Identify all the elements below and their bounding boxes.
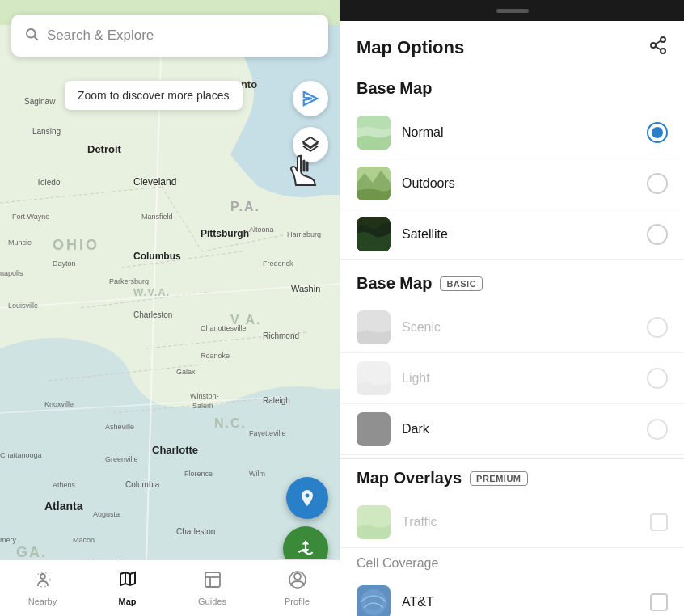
search-bar[interactable]: Search & Explore xyxy=(11,15,328,57)
base-map-section-title: Base Map xyxy=(340,73,684,108)
scenic-thumbnail xyxy=(357,310,391,344)
svg-text:Athens: Athens xyxy=(53,481,76,489)
svg-text:Detroit: Detroit xyxy=(87,143,122,155)
light-radio xyxy=(647,368,668,389)
svg-text:Toledo: Toledo xyxy=(36,178,61,187)
map-nav-label: Map xyxy=(119,597,137,606)
svg-point-79 xyxy=(651,43,656,48)
traffic-thumbnail xyxy=(357,505,391,539)
search-placeholder: Search & Explore xyxy=(47,27,154,44)
scenic-label: Scenic xyxy=(402,320,635,335)
svg-text:napolis: napolis xyxy=(0,269,23,277)
search-icon xyxy=(24,27,39,45)
svg-text:Charleston: Charleston xyxy=(176,527,215,536)
light-thumbnail xyxy=(357,361,391,395)
svg-text:Richmond: Richmond xyxy=(263,331,299,340)
svg-text:GA.: GA. xyxy=(16,544,47,560)
divider-2 xyxy=(340,458,684,459)
outdoors-label: Outdoors xyxy=(402,176,635,191)
att-thumbnail xyxy=(357,585,391,616)
map-overlays-title: Map Overlays xyxy=(357,469,462,487)
nearby-label: Nearby xyxy=(28,597,57,606)
base-map-basic-section: Base Map BASIC xyxy=(340,268,684,302)
nav-item-profile[interactable]: Profile xyxy=(255,570,340,606)
svg-text:Asheville: Asheville xyxy=(105,423,134,431)
svg-text:Augusta: Augusta xyxy=(93,510,120,518)
svg-text:Columbus: Columbus xyxy=(133,251,181,262)
cell-coverage-title: Cell Coverage xyxy=(340,548,684,577)
svg-line-82 xyxy=(656,41,661,44)
svg-text:Parkersburg: Parkersburg xyxy=(109,277,149,285)
basic-badge: BASIC xyxy=(440,276,483,291)
nav-item-guides[interactable]: Guides xyxy=(170,570,255,606)
option-row-outdoors[interactable]: Outdoors xyxy=(340,158,684,209)
base-map-basic-title: Base Map xyxy=(357,274,432,293)
svg-text:Frederick: Frederick xyxy=(263,259,293,268)
premium-badge: PREMIUM xyxy=(470,471,527,486)
svg-text:Greenville: Greenville xyxy=(105,455,138,463)
nav-item-nearby[interactable]: Nearby xyxy=(0,570,85,606)
svg-point-62 xyxy=(27,29,36,38)
traffic-checkbox xyxy=(650,513,668,531)
panel-handle xyxy=(496,9,529,13)
option-row-att[interactable]: AT&T xyxy=(340,577,684,616)
att-checkbox[interactable] xyxy=(650,593,668,611)
profile-icon xyxy=(288,570,307,594)
svg-text:Charlottesville: Charlottesville xyxy=(201,324,247,332)
share-button[interactable] xyxy=(648,36,668,60)
bottom-navigation: Nearby Map Guides xyxy=(0,559,340,616)
svg-text:Atlanta: Atlanta xyxy=(44,500,83,513)
nav-item-map[interactable]: Map xyxy=(85,570,170,606)
svg-text:Roanoke: Roanoke xyxy=(201,352,230,360)
svg-text:Galax: Galax xyxy=(176,368,196,376)
svg-point-69 xyxy=(40,574,45,579)
map-nav-icon xyxy=(118,570,137,594)
svg-text:Knoxville: Knoxville xyxy=(44,400,74,408)
svg-text:Harrisburg: Harrisburg xyxy=(287,230,321,238)
svg-text:Pittsburgh: Pittsburgh xyxy=(201,228,249,239)
svg-line-63 xyxy=(34,36,37,40)
svg-point-80 xyxy=(661,49,665,53)
option-row-normal[interactable]: Normal xyxy=(340,108,684,158)
dark-thumbnail xyxy=(357,412,391,446)
svg-text:mery: mery xyxy=(0,536,16,544)
svg-text:Altoona: Altoona xyxy=(249,226,274,234)
svg-point-67 xyxy=(306,494,310,498)
option-row-satellite[interactable]: Satellite xyxy=(340,209,684,260)
dark-radio xyxy=(647,419,668,440)
svg-text:Louisville: Louisville xyxy=(8,302,38,310)
outdoors-thumbnail xyxy=(357,167,391,200)
svg-text:Muncie: Muncie xyxy=(8,238,32,247)
svg-text:Columbia: Columbia xyxy=(125,480,160,489)
satellite-label: Satellite xyxy=(402,227,635,242)
outdoors-radio[interactable] xyxy=(647,173,668,194)
option-row-dark: Dark xyxy=(340,404,684,455)
svg-text:Chattanooga: Chattanooga xyxy=(0,451,42,459)
svg-text:Cleveland: Cleveland xyxy=(133,176,176,188)
normal-label: Normal xyxy=(402,125,635,140)
location-button[interactable] xyxy=(293,81,328,116)
map-overlays-section: Map Overlays PREMIUM xyxy=(340,462,684,497)
svg-text:Fort Wayne: Fort Wayne xyxy=(12,213,49,221)
svg-text:W.V.A.: W.V.A. xyxy=(133,286,170,298)
guides-label: Guides xyxy=(198,597,226,606)
normal-radio[interactable] xyxy=(647,122,668,143)
satellite-radio[interactable] xyxy=(647,224,668,245)
map-panel: Toronto Kitchener Saginaw Lansing Detroi… xyxy=(0,0,340,616)
panel-header xyxy=(340,0,684,21)
option-row-scenic: Scenic xyxy=(340,302,684,353)
panel-title-row: Map Options xyxy=(340,21,684,73)
option-row-light: Light xyxy=(340,353,684,404)
dark-label: Dark xyxy=(402,422,635,437)
location-fab-button[interactable] xyxy=(286,477,328,519)
svg-point-76 xyxy=(294,573,301,580)
svg-marker-64 xyxy=(304,92,318,106)
layers-button[interactable] xyxy=(293,127,328,162)
light-label: Light xyxy=(402,371,635,386)
svg-text:Saginaw: Saginaw xyxy=(24,97,56,106)
normal-thumbnail xyxy=(357,116,391,150)
option-row-traffic: Traffic xyxy=(340,497,684,548)
svg-text:Washin: Washin xyxy=(291,284,320,293)
att-label: AT&T xyxy=(402,595,639,610)
svg-text:OHIO: OHIO xyxy=(53,237,99,253)
